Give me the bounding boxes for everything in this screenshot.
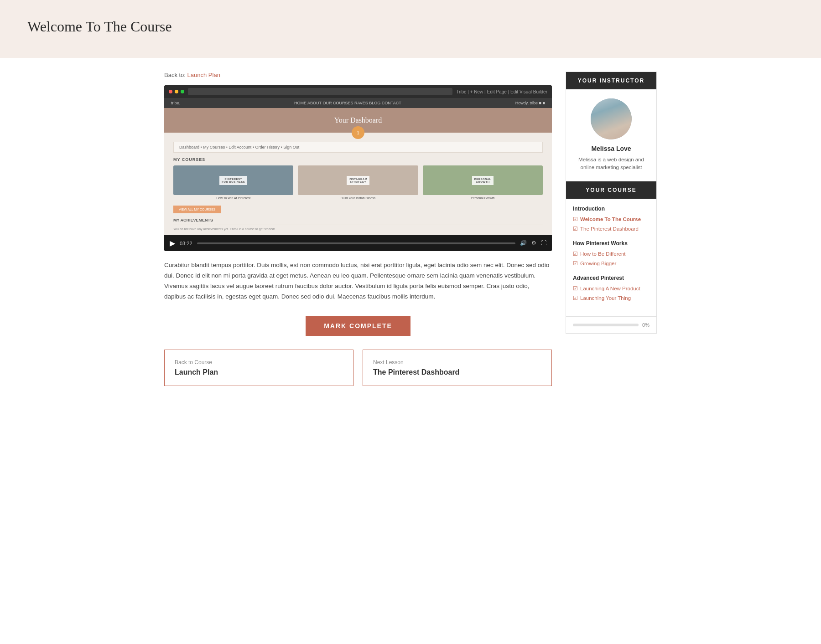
achievements-text: You do not have any achievements yet. En… xyxy=(173,227,543,231)
prev-lesson-title: Launch Plan xyxy=(175,368,343,376)
lesson-item-1[interactable]: ☑ The Pinterest Dashboard xyxy=(573,224,650,234)
browser-chrome: Tribe | + New | Edit Page | Edit Visual … xyxy=(164,85,552,98)
dash-nav-links: HOME ABOUT OUR COURSES RAVES BLOG CONTAC… xyxy=(294,101,401,105)
breadcrumb: Back to: Launch Plan xyxy=(164,72,552,78)
card-title-1: Build Your Instabusiness xyxy=(298,196,418,200)
progress-track xyxy=(573,324,639,326)
video-container: Tribe | + New | Edit Page | Edit Visual … xyxy=(164,85,552,251)
prev-lesson-card[interactable]: Back to Course Launch Plan xyxy=(164,350,353,386)
dot-red xyxy=(169,90,172,93)
achievements-title: MY ACHIEVEMENTS xyxy=(173,218,543,222)
instructor-body: Melissa Love Melissa is a web design and… xyxy=(566,89,656,181)
video-progress-bar[interactable] xyxy=(197,242,515,244)
dash-logo: tribe. xyxy=(171,101,180,105)
dash-site-nav: tribe. HOME ABOUT OUR COURSES RAVES BLOG… xyxy=(164,98,552,108)
progress-section: 0% xyxy=(566,317,656,333)
mark-complete-button[interactable]: MARK COMPLETE xyxy=(306,316,410,336)
course-header: YOUR COURSE xyxy=(566,181,656,199)
main-container: Back to: Launch Plan Tribe | + New | Edi… xyxy=(137,58,684,400)
lesson-item-2[interactable]: ☑ How to Be Different xyxy=(573,249,650,259)
dash-menu-bar: Dashboard • My Courses • Edit Account • … xyxy=(173,142,543,153)
course-card-pinterest: PINTERESTFOR BUSINESS xyxy=(173,165,293,195)
instructor-header: YOUR INSTRUCTOR xyxy=(566,72,656,89)
check-icon-5: ☑ xyxy=(573,295,578,302)
lesson-item-5[interactable]: ☑ Launching Your Thing xyxy=(573,294,650,303)
group-title-2: Advanced Pinterest xyxy=(573,275,650,281)
lesson-item-0[interactable]: ☑ Welcome To The Course xyxy=(573,215,650,224)
view-all-courses-button[interactable]: VIEW ALL MY COURSES xyxy=(173,206,221,213)
lesson-link-5[interactable]: Launching Your Thing xyxy=(580,295,631,301)
lesson-item-3[interactable]: ☑ Growing Bigger xyxy=(573,259,650,268)
lesson-link-0[interactable]: Welcome To The Course xyxy=(580,216,641,222)
lesson-link-3[interactable]: Growing Bigger xyxy=(580,261,616,266)
page-header: Welcome To The Course xyxy=(0,0,821,58)
card-label-1: INSTAGRAMSTRATEGY xyxy=(347,176,369,185)
video-play-button[interactable]: ▶ xyxy=(170,239,175,247)
course-card-personal: PERSONALGROWTH xyxy=(423,165,543,195)
course-card-instagram: INSTAGRAMSTRATEGY xyxy=(298,165,418,195)
instructor-avatar-image xyxy=(591,98,632,139)
instructor-name: Melissa Love xyxy=(573,145,650,152)
progress-percentage: 0% xyxy=(642,322,650,328)
video-time: 03:22 xyxy=(180,241,192,246)
lesson-body-text: Curabitur blandit tempus porttitor. Duis… xyxy=(164,260,552,302)
check-icon-1: ☑ xyxy=(573,226,578,232)
check-icon-4: ☑ xyxy=(573,285,578,292)
dashboard-title: Your Dashboard xyxy=(334,116,382,124)
lesson-link-2[interactable]: How to Be Different xyxy=(580,251,626,257)
dash-header: Your Dashboard 1 xyxy=(164,108,552,133)
achievements-divider xyxy=(173,225,543,225)
course-cards-row: PINTERESTFOR BUSINESS How To Win At Pint… xyxy=(173,165,543,200)
lesson-link-4[interactable]: Launching A New Product xyxy=(580,286,640,291)
card-label-0: PINTERESTFOR BUSINESS xyxy=(219,176,247,185)
lesson-link-1[interactable]: The Pinterest Dashboard xyxy=(580,226,639,232)
course-group-2: Advanced Pinterest ☑ Launching A New Pro… xyxy=(573,275,650,303)
dash-play-button[interactable]: 1 xyxy=(352,126,364,139)
instructor-section: YOUR INSTRUCTOR Melissa Love Melissa is … xyxy=(566,72,657,334)
instructor-bio: Melissa is a web design and online marke… xyxy=(573,156,650,172)
content-area: Back to: Launch Plan Tribe | + New | Edi… xyxy=(164,72,552,386)
dashboard-screenshot: tribe. HOME ABOUT OUR COURSES RAVES BLOG… xyxy=(164,98,552,235)
my-courses-title: MY COURSES xyxy=(173,157,543,162)
browser-url-bar xyxy=(188,88,452,95)
sidebar: YOUR INSTRUCTOR Melissa Love Melissa is … xyxy=(566,72,657,386)
card-label-2: PERSONALGROWTH xyxy=(472,176,494,185)
check-icon-2: ☑ xyxy=(573,251,578,258)
video-controls-bar: ▶ 03:22 🔊 ⚙ ⛶ xyxy=(164,235,552,251)
check-icon-0: ☑ xyxy=(573,216,578,223)
settings-icon[interactable]: ⚙ xyxy=(531,240,536,247)
check-icon-3: ☑ xyxy=(573,260,578,267)
group-title-0: Introduction xyxy=(573,206,650,212)
course-card-0: PINTERESTFOR BUSINESS How To Win At Pint… xyxy=(173,165,293,200)
browser-dots xyxy=(169,90,184,93)
my-courses-section: MY COURSES PINTERESTFOR BUSINESS How To … xyxy=(164,157,552,218)
lesson-item-4[interactable]: ☑ Launching A New Product xyxy=(573,284,650,294)
card-title-0: How To Win At Pinterest xyxy=(173,196,293,200)
browser-nav-items: Tribe | + New | Edit Page | Edit Visual … xyxy=(456,89,547,94)
next-lesson-label: Next Lesson xyxy=(373,359,541,366)
dash-right-nav: Howdy, tribe ■ ■ xyxy=(515,101,545,105)
lesson-navigation: Back to Course Launch Plan Next Lesson T… xyxy=(164,350,552,386)
fullscreen-icon[interactable]: ⛶ xyxy=(541,240,546,247)
card-title-2: Personal Growth xyxy=(423,196,543,200)
course-lessons-section: Introduction ☑ Welcome To The Course ☑ T… xyxy=(566,199,656,317)
dot-yellow xyxy=(175,90,178,93)
group-title-1: How Pinterest Works xyxy=(573,240,650,247)
course-card-1: INSTAGRAMSTRATEGY Build Your Instabusine… xyxy=(298,165,418,200)
back-to-course-link[interactable]: Launch Plan xyxy=(187,72,220,78)
page-title: Welcome To The Course xyxy=(27,18,794,35)
next-lesson-card[interactable]: Next Lesson The Pinterest Dashboard xyxy=(363,350,552,386)
instructor-avatar xyxy=(591,98,632,139)
course-card-2: PERSONALGROWTH Personal Growth xyxy=(423,165,543,200)
course-group-0: Introduction ☑ Welcome To The Course ☑ T… xyxy=(573,206,650,234)
achievements-section: MY ACHIEVEMENTS You do not have any achi… xyxy=(164,218,552,235)
volume-icon[interactable]: 🔊 xyxy=(520,240,527,247)
course-group-1: How Pinterest Works ☑ How to Be Differen… xyxy=(573,240,650,268)
next-lesson-title: The Pinterest Dashboard xyxy=(373,368,541,376)
prev-lesson-label: Back to Course xyxy=(175,359,343,366)
dot-green xyxy=(181,90,184,93)
